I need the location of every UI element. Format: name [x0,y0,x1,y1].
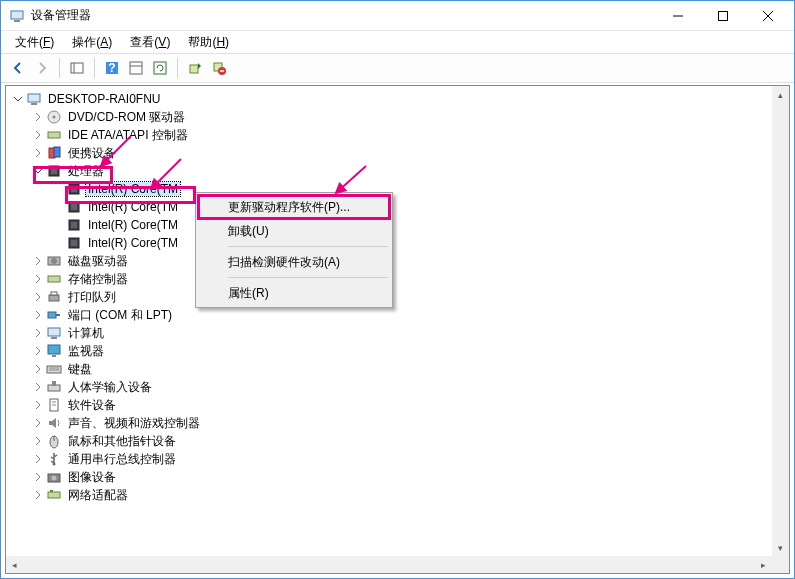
expando-closed-icon[interactable] [30,397,46,413]
menu-help[interactable]: 帮助(H) [180,32,237,53]
properties-button[interactable] [125,57,147,79]
maximize-button[interactable] [700,2,745,30]
tree-label: Intel(R) Core(TM [86,236,180,250]
svg-rect-57 [48,492,60,498]
svg-rect-48 [52,381,56,386]
forward-button[interactable] [31,57,53,79]
tree-item-processor-3[interactable]: Intel(R) Core(TM [6,216,789,234]
svg-point-54 [53,463,56,466]
expando-closed-icon[interactable] [30,469,46,485]
tree-item-processor-4[interactable]: Intel(R) Core(TM [6,234,789,252]
disk-icon [46,253,62,269]
horizontal-scrollbar[interactable]: ◂ ▸ [6,556,772,573]
controller-icon [46,127,62,143]
svg-rect-10 [130,62,142,74]
tree-root[interactable]: DESKTOP-RAI0FNU [6,90,789,108]
tree-item-dvd[interactable]: DVD/CD-ROM 驱动器 [6,108,789,126]
expando-closed-icon[interactable] [30,289,46,305]
uninstall-button[interactable] [208,57,230,79]
expando-closed-icon[interactable] [30,325,46,341]
tree-label: 键盘 [66,361,94,378]
ctx-uninstall[interactable]: 卸载(U) [198,219,390,243]
expando-closed-icon[interactable] [30,361,46,377]
tree-item-sound[interactable]: 声音、视频和游戏控制器 [6,414,789,432]
expando-open-icon[interactable] [10,91,26,107]
svg-rect-39 [48,312,56,318]
device-tree[interactable]: DESKTOP-RAI0FNU DVD/CD-ROM 驱动器 IDE ATA/A… [6,86,789,508]
expando-closed-icon[interactable] [30,271,46,287]
tree-item-computer[interactable]: 计算机 [6,324,789,342]
tree-label: 软件设备 [66,397,118,414]
svg-rect-36 [48,276,60,282]
expando-open-icon[interactable] [30,163,46,179]
tree-item-processors[interactable]: 处理器 [6,162,789,180]
expando-closed-icon[interactable] [30,415,46,431]
view-detail-button[interactable] [66,57,88,79]
tree-item-software[interactable]: 软件设备 [6,396,789,414]
monitor-icon [46,343,62,359]
portable-icon [46,145,62,161]
tree-item-disk[interactable]: 磁盘驱动器 [6,252,789,270]
toolbar-separator [177,58,178,78]
tree-item-ide[interactable]: IDE ATA/ATAPI 控制器 [6,126,789,144]
tree-item-imaging[interactable]: 图像设备 [6,468,789,486]
toolbar-separator [94,58,95,78]
cpu-icon [66,235,82,251]
tree-item-monitor[interactable]: 监视器 [6,342,789,360]
help-button[interactable]: ? [101,57,123,79]
tree-label: Intel(R) Core(TM [86,200,180,214]
update-driver-button[interactable] [184,57,206,79]
expando-closed-icon[interactable] [30,343,46,359]
scroll-left-icon[interactable]: ◂ [6,556,23,573]
expando-closed-icon[interactable] [30,127,46,143]
tree-item-network[interactable]: 网络适配器 [6,486,789,504]
toolbar: ? [1,53,794,83]
tree-item-storage[interactable]: 存储控制器 [6,270,789,288]
minimize-button[interactable] [655,2,700,30]
svg-rect-1 [14,20,20,22]
computer-icon [26,91,42,107]
scroll-up-icon[interactable]: ▴ [772,86,789,103]
scroll-down-icon[interactable]: ▾ [772,539,789,556]
ctx-scan[interactable]: 扫描检测硬件改动(A) [198,250,390,274]
tree-item-processor-2[interactable]: Intel(R) Core(TM [6,198,789,216]
svg-rect-21 [48,132,60,138]
menu-action[interactable]: 操作(A) [64,32,120,53]
tree-label: 便携设备 [66,145,118,162]
scroll-right-icon[interactable]: ▸ [755,556,772,573]
ctx-update-driver[interactable]: 更新驱动程序软件(P)... [198,195,390,219]
tree-item-hid[interactable]: 人体学输入设备 [6,378,789,396]
tree-item-portable[interactable]: 便携设备 [6,144,789,162]
ctx-separator [228,246,388,247]
tree-item-mouse[interactable]: 鼠标和其他指针设备 [6,432,789,450]
tree-item-printq[interactable]: 打印队列 [6,288,789,306]
tree-item-ports[interactable]: 端口 (COM 和 LPT) [6,306,789,324]
refresh-button[interactable] [149,57,171,79]
expando-closed-icon[interactable] [30,145,46,161]
expando-closed-icon[interactable] [30,253,46,269]
tree-item-keyboard[interactable]: 键盘 [6,360,789,378]
expando-closed-icon[interactable] [30,451,46,467]
expando-closed-icon[interactable] [30,307,46,323]
menu-view[interactable]: 查看(V) [122,32,178,53]
expando-closed-icon[interactable] [30,487,46,503]
expando-closed-icon[interactable] [30,109,46,125]
svg-text:?: ? [108,61,115,75]
device-tree-container: DESKTOP-RAI0FNU DVD/CD-ROM 驱动器 IDE ATA/A… [5,85,790,574]
svg-rect-40 [48,328,60,336]
tree-label: Intel(R) Core(TM [86,218,180,232]
ctx-properties[interactable]: 属性(R) [198,281,390,305]
back-button[interactable] [7,57,29,79]
tree-item-usb[interactable]: 通用串行总线控制器 [6,450,789,468]
cpu-icon [66,217,82,233]
ctx-label: 扫描检测硬件改动(A) [228,254,340,271]
tree-label: 磁盘驱动器 [66,253,130,270]
menu-file[interactable]: 文件(F) [7,32,62,53]
cpu-icon [66,181,82,197]
expando-closed-icon[interactable] [30,433,46,449]
svg-rect-31 [71,222,77,228]
vertical-scrollbar[interactable]: ▴ ▾ [772,86,789,556]
close-button[interactable] [745,2,790,30]
tree-item-processor-1[interactable]: Intel(R) Core(TM [6,180,789,198]
expando-closed-icon[interactable] [30,379,46,395]
